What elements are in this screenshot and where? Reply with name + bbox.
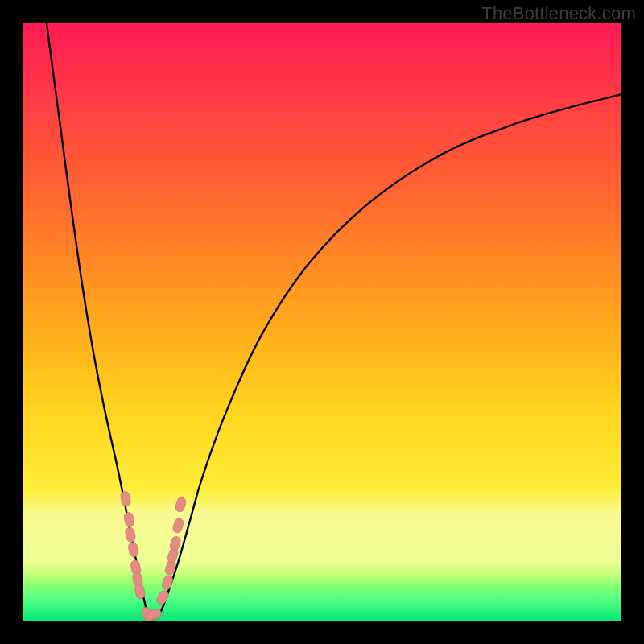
watermark-text: TheBottleneck.com <box>481 3 636 24</box>
curve-marker <box>125 526 136 543</box>
svg-rect-15 <box>172 518 185 534</box>
svg-rect-6 <box>134 584 147 600</box>
plot-area <box>23 23 621 621</box>
svg-rect-2 <box>125 526 136 543</box>
chart-frame: TheBottleneck.com <box>0 0 644 644</box>
marker-group <box>120 491 188 621</box>
curve-marker <box>120 491 131 507</box>
svg-rect-16 <box>175 497 188 513</box>
curve-marker <box>172 518 185 534</box>
curve-marker <box>175 497 188 513</box>
curve-marker <box>127 542 138 558</box>
curve-marker <box>161 574 174 591</box>
curve-marker <box>134 584 147 600</box>
svg-rect-3 <box>127 542 138 558</box>
curve-layer <box>23 23 621 621</box>
svg-rect-0 <box>120 491 131 507</box>
curve-marker <box>123 512 134 528</box>
svg-rect-1 <box>123 512 134 528</box>
svg-rect-11 <box>161 574 174 591</box>
